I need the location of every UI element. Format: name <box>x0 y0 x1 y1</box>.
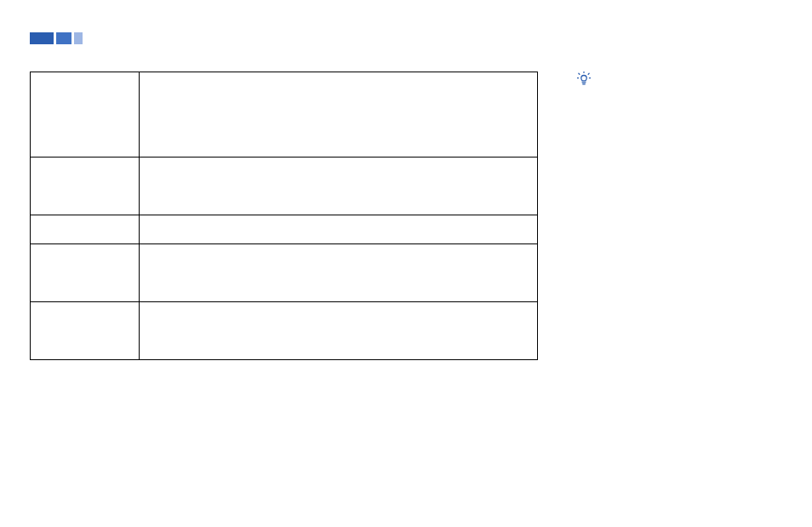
table-row <box>31 302 538 360</box>
table-cell-value <box>139 302 537 360</box>
table-row <box>31 72 538 158</box>
ornament-bar-3 <box>74 32 83 44</box>
table-cell-value <box>139 244 537 302</box>
table-row <box>31 158 538 215</box>
section-ornament <box>30 32 83 44</box>
table-cell-key <box>31 244 140 302</box>
table-cell-key <box>31 72 140 158</box>
table-cell-value <box>139 72 537 158</box>
table-cell-key <box>31 215 140 244</box>
definition-table <box>30 72 538 360</box>
table-cell-value <box>139 158 537 215</box>
lightbulb-icon <box>577 72 591 87</box>
table-cell-key <box>31 302 140 360</box>
table-row <box>31 215 538 244</box>
table-cell-key <box>31 158 140 215</box>
ornament-bar-1 <box>30 32 54 44</box>
ornament-bar-2 <box>56 32 71 44</box>
table-cell-value <box>139 215 537 244</box>
table-row <box>31 244 538 302</box>
